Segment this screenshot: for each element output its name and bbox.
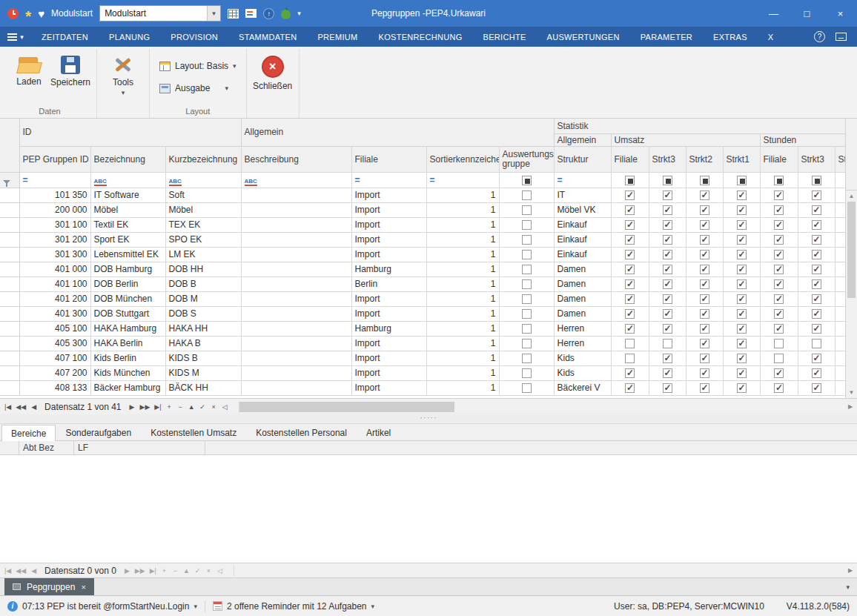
cell-stat-check[interactable] xyxy=(611,247,649,262)
filter-cell-11[interactable] xyxy=(686,172,723,188)
cell-filiale[interactable]: Import xyxy=(351,202,426,217)
cell-filiale[interactable]: Berlin xyxy=(351,276,426,291)
cell-bezeichnung[interactable]: Kids München xyxy=(90,365,165,380)
cell-stat-check[interactable] xyxy=(611,306,649,321)
checkbox[interactable] xyxy=(737,265,747,274)
table-row[interactable]: 405 300HAKA BerlinHAKA BImport1Herren xyxy=(0,336,845,351)
indeterminate-checkbox-icon[interactable] xyxy=(522,176,532,185)
checkbox[interactable] xyxy=(737,205,747,215)
checkbox[interactable] xyxy=(625,383,635,393)
cell-stat-check[interactable] xyxy=(686,217,723,232)
cell-stat-check[interactable] xyxy=(760,262,798,276)
checkbox[interactable] xyxy=(774,324,784,334)
table-row[interactable]: 200 000MöbelMöbelImport1Möbel VK xyxy=(0,202,845,217)
checkbox[interactable] xyxy=(774,250,784,259)
checkbox[interactable] xyxy=(812,294,821,304)
checkbox[interactable] xyxy=(700,368,709,378)
column-header-strkt1-12[interactable]: Strkt1 xyxy=(723,146,760,172)
grid-vertical-scrollbar[interactable]: ▲ ▼ xyxy=(845,119,857,398)
cell-stat-check[interactable] xyxy=(760,336,798,351)
checkbox[interactable] xyxy=(812,309,821,319)
checkbox[interactable] xyxy=(625,191,635,200)
main-menu-button[interactable]: ▾ xyxy=(0,27,31,47)
cell-pep-gruppen-id[interactable]: 405 100 xyxy=(19,321,90,336)
cell-auswertungsgruppe[interactable] xyxy=(499,351,554,365)
checkbox[interactable] xyxy=(812,205,821,215)
cell-kurzbezeichnung[interactable]: KIDS B xyxy=(165,351,241,365)
checkbox[interactable] xyxy=(663,324,672,334)
cell-pep-gruppen-id[interactable]: 408 133 xyxy=(19,380,90,395)
checkbox[interactable] xyxy=(625,220,635,230)
cell-stat-check[interactable] xyxy=(686,321,723,336)
cell-stat-check[interactable] xyxy=(723,262,760,276)
cell-auswertungsgruppe[interactable] xyxy=(499,188,554,202)
table-icon[interactable] xyxy=(228,9,239,19)
checkbox[interactable] xyxy=(522,250,532,259)
cell-bezeichnung[interactable]: HAKA Hamburg xyxy=(90,321,165,336)
checkbox[interactable] xyxy=(700,250,709,259)
column-header-bezeichnung-2[interactable]: Bezeichnung xyxy=(90,146,165,172)
cell-stat-check[interactable] xyxy=(686,380,723,395)
table-row[interactable]: 401 000DOB HamburgDOB HHHamburg1Damen xyxy=(0,262,845,276)
cell-kurzbezeichnung[interactable]: DOB S xyxy=(165,306,241,321)
checkbox[interactable] xyxy=(522,294,532,304)
cell-struktur[interactable]: Einkauf xyxy=(554,247,611,262)
scroll-up-icon[interactable]: ▲ xyxy=(846,191,857,202)
cell-sortierkennzeichen[interactable]: 1 xyxy=(426,262,499,276)
cell-kurzbezeichnung[interactable]: KIDS M xyxy=(165,365,241,380)
cell-stat-check[interactable] xyxy=(798,276,835,291)
nav-append-button[interactable]: + xyxy=(159,567,169,574)
cell-stat-check[interactable] xyxy=(798,306,835,321)
checkbox[interactable] xyxy=(700,383,709,393)
menu-item-kostenrechnung[interactable]: KOSTENRECHNUNG xyxy=(368,27,473,47)
checkbox[interactable] xyxy=(774,279,784,289)
cell-struktur[interactable]: Damen xyxy=(554,276,611,291)
cell-stat-check[interactable] xyxy=(686,232,723,247)
column-header-kurzbezeichnung-3[interactable]: Kurzbezeichnung xyxy=(165,146,241,172)
nav-next-page-button[interactable]: ▶▶ xyxy=(139,403,152,411)
cell-filiale[interactable]: Import xyxy=(351,232,426,247)
cell-filiale[interactable]: Import xyxy=(351,365,426,380)
checkbox[interactable] xyxy=(663,220,672,230)
cell-stat-check[interactable] xyxy=(649,188,686,202)
nav-edit-button[interactable]: ▲ xyxy=(182,567,191,574)
cell-pep-gruppen-id[interactable]: 401 300 xyxy=(19,306,90,321)
cell-stat-check[interactable] xyxy=(649,276,686,291)
speichern-button[interactable]: Speichern xyxy=(50,50,91,87)
tab-bereiche[interactable]: Bereiche xyxy=(1,425,56,441)
cell-stat-check[interactable] xyxy=(649,380,686,395)
close-button[interactable]: × xyxy=(824,0,857,27)
indeterminate-checkbox-icon[interactable] xyxy=(625,176,635,185)
table-row[interactable]: 301 200Sport EKSPO EKImport1Einkauf xyxy=(0,232,845,247)
checkbox[interactable] xyxy=(663,250,672,259)
layout-basis-button[interactable]: Layout: Basis ▾ xyxy=(155,58,241,74)
scrollbar-thumb[interactable] xyxy=(847,202,856,298)
cell-sortierkennzeichen[interactable]: 1 xyxy=(426,232,499,247)
ausgabe-button[interactable]: Ausgabe ▾ xyxy=(155,80,241,96)
cell-beschreibung[interactable] xyxy=(241,232,351,247)
cell-auswertungsgruppe[interactable] xyxy=(499,247,554,262)
filter-cell-10[interactable] xyxy=(649,172,686,188)
filter-cell-15[interactable] xyxy=(835,172,845,188)
cell-stat-check[interactable] xyxy=(798,188,835,202)
column-header-sortierkennzeichen-6[interactable]: Sortierkennzeichen xyxy=(426,146,499,172)
cell-stat-check[interactable] xyxy=(686,188,723,202)
checkbox[interactable] xyxy=(812,265,821,274)
cell-beschreibung[interactable] xyxy=(241,351,351,365)
cell-sortierkennzeichen[interactable]: 1 xyxy=(426,188,499,202)
nav-prev-button[interactable]: ◀ xyxy=(29,403,39,411)
checkbox[interactable] xyxy=(737,220,747,230)
checkbox[interactable] xyxy=(774,205,784,215)
cell-stat-check[interactable] xyxy=(686,365,723,380)
cell-beschreibung[interactable] xyxy=(241,188,351,202)
cell-stat-check[interactable] xyxy=(760,276,798,291)
cell-stat-check[interactable] xyxy=(760,380,798,395)
checkbox[interactable] xyxy=(774,309,784,319)
cell-stat-check[interactable] xyxy=(686,202,723,217)
cell-auswertungsgruppe[interactable] xyxy=(499,306,554,321)
cell-beschreibung[interactable] xyxy=(241,291,351,306)
cell-beschreibung[interactable] xyxy=(241,321,351,336)
filter-cell-7[interactable] xyxy=(499,172,554,188)
cell-struktur[interactable]: Möbel VK xyxy=(554,202,611,217)
cell-stat-check[interactable] xyxy=(723,276,760,291)
